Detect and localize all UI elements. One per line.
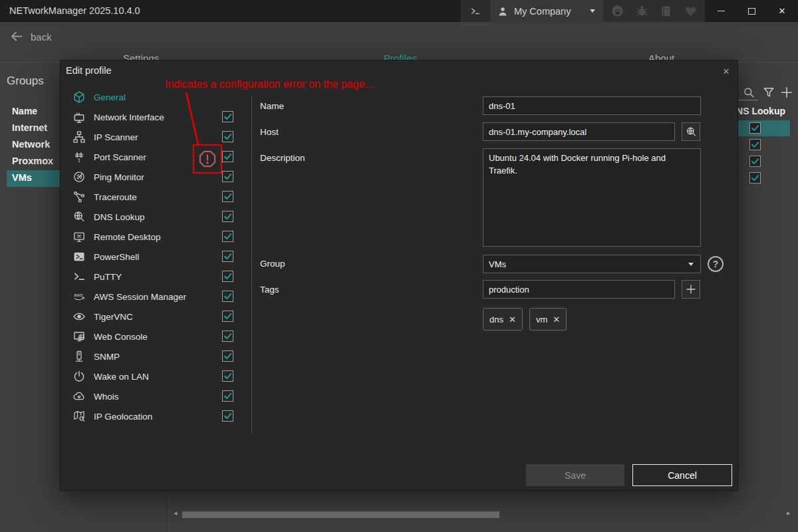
host-input[interactable] [483,122,675,141]
group-item-vms[interactable]: VMs [12,172,32,183]
tag-chip[interactable]: vm✕ [529,308,567,331]
checkbox-network-interface[interactable] [222,111,233,122]
checkbox-whois[interactable] [222,390,233,402]
profile-row-checkbox[interactable] [749,172,761,184]
tags-input[interactable] [483,280,675,299]
checkbox-aws-session-manager[interactable] [222,291,233,302]
powershell-icon [72,250,86,263]
chevron-down-icon [590,9,595,13]
dialog-nav-aws-session-manager[interactable]: AWS Session Manager [70,287,246,307]
dialog-title: Edit profile [66,65,112,76]
checkbox-ping-monitor[interactable] [222,171,233,182]
dialog-nav-traceroute[interactable]: Traceroute [70,187,246,207]
terminal-button[interactable] [461,0,490,22]
checkbox-remote-desktop[interactable] [222,231,233,242]
checkbox-dns-lookup[interactable] [222,211,233,222]
scrollbar-left-arrow[interactable]: ◂ [174,509,178,517]
dialog-nav-general[interactable]: General [70,87,246,107]
eye-icon [72,310,86,323]
filter-icon[interactable] [762,86,775,99]
close-window-button[interactable]: ✕ [767,0,797,22]
general-cube-icon [72,90,86,104]
checkbox-snmp[interactable] [222,350,233,362]
description-textarea[interactable]: Ubuntu 24.04 with Docker running Pi-hole… [483,148,701,247]
tags-label: Tags [260,285,279,295]
edit-profile-dialog: Edit profile ✕ Indicates a configuration… [60,60,738,491]
group-item-internet[interactable]: Internet [12,122,47,133]
window-title: NETworkManager 2025.10.4.0 [9,5,140,16]
dialog-nav-powershell[interactable]: PowerShell [70,247,246,267]
port-scanner-icon [72,150,86,164]
maximize-button[interactable] [736,0,767,22]
back-label: back [31,31,52,43]
remove-tag-icon[interactable]: ✕ [553,315,560,325]
name-input[interactable] [483,96,701,115]
search-icon[interactable] [742,86,755,99]
checkbox-wake-on-lan[interactable] [222,370,233,382]
checkbox-ip-geolocation[interactable] [222,410,233,422]
documentation-icon[interactable] [660,5,673,18]
horizontal-scrollbar-thumb[interactable] [182,511,499,518]
maximize-icon [748,8,755,15]
globe-search-icon [685,126,698,138]
groups-column-header[interactable]: Name [12,106,37,116]
dialog-close-button[interactable]: ✕ [718,63,735,79]
tag-chip[interactable]: dns✕ [483,308,523,331]
server-icon [72,350,86,363]
group-selected-value: VMs [489,259,506,269]
minimize-icon [718,11,725,11]
tag-chip-label: vm [536,315,547,325]
checkbox-tigervnc[interactable] [222,311,233,322]
title-bar[interactable]: NETworkManager 2025.10.4.0 My Company ✕ [0,0,798,22]
sponsor-heart-icon[interactable] [684,4,698,18]
dialog-nav-snmp[interactable]: SNMP [70,346,246,366]
cloud-icon [72,390,86,403]
profile-file-dropdown[interactable]: My Company [490,0,603,22]
checkbox-port-scanner[interactable] [222,151,233,162]
host-label: Host [260,127,279,137]
profile-row-checkbox[interactable] [749,139,761,150]
name-label: Name [260,101,284,111]
cancel-button[interactable]: Cancel [632,464,732,486]
dialog-nav-tigervnc[interactable]: TigerVNC [70,307,246,327]
scrollbar-right-arrow[interactable]: ▸ [787,509,791,517]
app-window: Settings Profiles About Groups Name Inte… [0,0,798,532]
save-button[interactable]: Save [526,464,624,486]
map-search-icon [72,410,86,423]
profile-row-checkbox[interactable] [749,122,761,134]
plus-icon [685,283,697,295]
host-resolve-button[interactable] [682,122,700,141]
dialog-vertical-divider [251,96,252,434]
dialog-nav-ip-geolocation[interactable]: IP Geolocation [70,406,246,426]
group-help-icon[interactable]: ? [708,256,724,272]
configuration-error-icon [198,150,217,168]
profile-row-checkbox[interactable] [749,156,761,167]
dialog-nav-wake-on-lan[interactable]: Wake on LAN [70,366,246,386]
github-icon[interactable] [610,4,624,18]
dialog-nav-dns-lookup[interactable]: DNS Lookup [70,207,246,227]
dialog-nav-network-interface[interactable]: Network Interface [70,107,246,127]
minimize-button[interactable] [706,0,736,22]
account-name: My Company [514,6,571,17]
dialog-nav-remote-desktop[interactable]: Remote Desktop [70,227,246,247]
back-button[interactable]: back [9,29,52,44]
checkbox-powershell[interactable] [222,251,233,262]
checkbox-putty[interactable] [222,271,233,282]
remove-tag-icon[interactable]: ✕ [509,315,516,325]
group-item-network[interactable]: Network [12,139,50,150]
bug-report-icon[interactable] [635,4,649,18]
dialog-nav-whois[interactable]: Whois [70,386,246,406]
checkbox-web-console[interactable] [222,331,233,342]
putty-terminal-icon [72,270,86,283]
dialog-nav-web-console[interactable]: Web Console [70,327,246,346]
checkbox-ip-scanner[interactable] [222,131,233,142]
dialog-nav-putty[interactable]: PuTTY [70,267,246,287]
ip-scanner-icon [72,130,86,144]
checkbox-traceroute[interactable] [222,191,233,202]
group-item-proxmox[interactable]: Proxmox [12,156,53,166]
add-profile-icon[interactable] [779,85,794,100]
groups-panel-title: Groups [7,74,44,88]
add-tag-button[interactable] [682,280,700,299]
power-icon [72,370,86,383]
group-select[interactable]: VMs [483,255,701,273]
